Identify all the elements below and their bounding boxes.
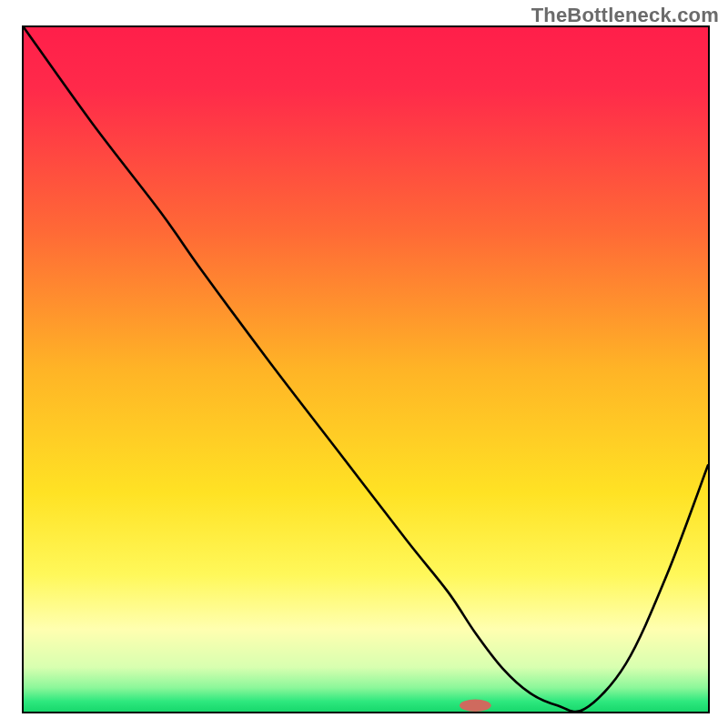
watermark-text: TheBottleneck.com bbox=[531, 4, 719, 27]
chart-stage: TheBottleneck.com bbox=[0, 0, 728, 728]
plot-frame bbox=[22, 25, 710, 713]
gradient-background bbox=[24, 27, 708, 712]
chart-svg bbox=[24, 27, 708, 712]
optimum-marker bbox=[460, 699, 491, 712]
